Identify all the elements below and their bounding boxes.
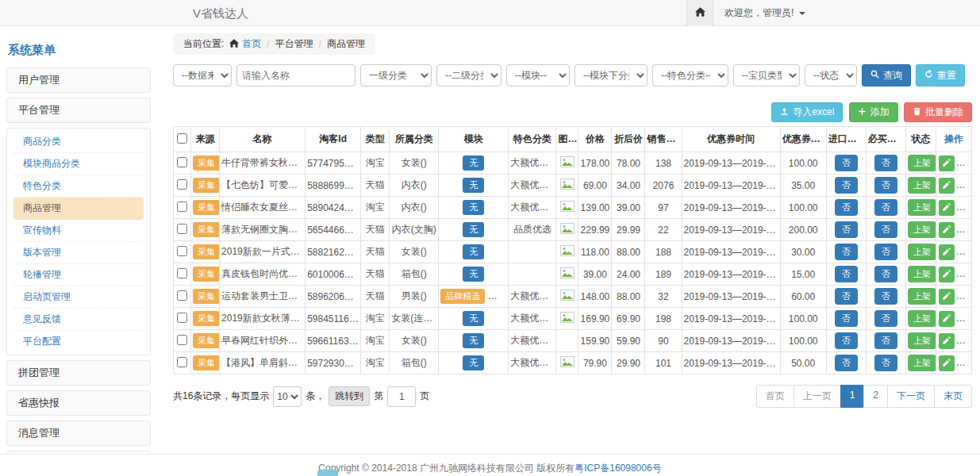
sidebar-section-订单管理[interactable]: 订单管理 (6, 451, 151, 453)
batch-delete-button[interactable]: 批量删除 (904, 102, 972, 122)
edit-button[interactable] (939, 155, 955, 171)
sidebar-item-版本管理[interactable]: 版本管理 (13, 242, 144, 264)
import-choice-toggle[interactable]: 否 (835, 266, 858, 282)
sidebar-item-启动页管理[interactable]: 启动页管理 (13, 286, 144, 309)
home-icon (695, 7, 705, 19)
must-buy-toggle[interactable]: 否 (874, 355, 897, 371)
cell-import-choice: 否 (826, 330, 866, 352)
select-all-checkbox[interactable] (177, 133, 187, 144)
edit-button[interactable] (939, 289, 955, 305)
sidebar-item-模块商品分类[interactable]: 模块商品分类 (13, 153, 144, 175)
page-button-上一页[interactable]: 上一页 (794, 385, 841, 408)
status-toggle[interactable]: 上架 (908, 332, 936, 349)
cell-category: 女装() (390, 152, 439, 175)
row-checkbox[interactable] (177, 313, 187, 323)
product-image-icon (560, 267, 575, 278)
sidebar-section-拼团管理[interactable]: 拼团管理 (6, 360, 151, 386)
page-button-1[interactable]: 1 (840, 385, 865, 408)
per-page-select[interactable]: 10 (273, 386, 302, 407)
status-select[interactable]: --状态-- (805, 64, 857, 86)
sidebar-item-商品管理[interactable]: 商品管理 (13, 198, 144, 220)
must-buy-toggle[interactable]: 否 (874, 221, 897, 238)
sidebar-item-商品分类[interactable]: 商品分类 (13, 131, 144, 153)
sidebar-section-消息管理[interactable]: 消息管理 (6, 420, 151, 446)
reset-button[interactable]: 重置 (916, 64, 965, 86)
status-toggle[interactable]: 上架 (908, 244, 936, 260)
must-buy-toggle[interactable]: 否 (874, 288, 897, 305)
sidebar-section-平台管理[interactable]: 平台管理 (6, 98, 151, 123)
sidebar-item-特色分类[interactable]: 特色分类 (13, 175, 144, 198)
feature-category-select[interactable]: --特色分类-- (652, 64, 728, 86)
edit-button[interactable] (939, 333, 955, 349)
import-choice-toggle[interactable]: 否 (835, 355, 858, 371)
data-source-select[interactable]: --数据来源-- (173, 64, 232, 86)
status-toggle[interactable]: 上架 (908, 177, 936, 194)
icp-link[interactable]: 粤ICP备16098006号 (575, 463, 661, 474)
import-excel-button[interactable]: 导入excel (771, 102, 843, 122)
edit-button[interactable] (939, 244, 955, 260)
import-choice-toggle[interactable]: 否 (835, 332, 858, 349)
search-button[interactable]: 查询 (862, 64, 911, 86)
row-checkbox[interactable] (177, 335, 187, 345)
must-buy-toggle[interactable]: 否 (874, 177, 897, 194)
row-checkbox[interactable] (177, 246, 187, 256)
edit-button[interactable] (939, 222, 955, 238)
page-button-末页[interactable]: 末页 (934, 385, 972, 408)
page-button-首页[interactable]: 首页 (756, 385, 794, 408)
user-menu[interactable]: 欢迎您，管理员! (724, 6, 805, 20)
import-choice-toggle[interactable]: 否 (835, 177, 858, 194)
edit-button[interactable] (939, 311, 955, 327)
name-search-input[interactable] (236, 64, 355, 86)
row-checkbox[interactable] (177, 202, 187, 212)
sidebar-section-用户管理[interactable]: 用户管理 (6, 67, 151, 93)
must-buy-toggle[interactable]: 否 (874, 332, 897, 349)
status-toggle[interactable]: 上架 (908, 288, 936, 305)
edit-button[interactable] (939, 200, 955, 216)
import-choice-toggle[interactable]: 否 (835, 199, 858, 216)
sidebar-item-宣传物料[interactable]: 宣传物料 (13, 220, 144, 242)
import-choice-toggle[interactable]: 否 (835, 221, 858, 238)
must-buy-toggle[interactable]: 否 (874, 155, 897, 171)
cell-import-choice: 否 (826, 219, 866, 241)
sidebar-item-轮播管理[interactable]: 轮播管理 (13, 264, 144, 286)
edit-button[interactable] (939, 355, 955, 371)
page-button-2[interactable]: 2 (863, 385, 888, 408)
import-choice-toggle[interactable]: 否 (835, 244, 858, 260)
breadcrumb-home-link[interactable]: 首页 (229, 37, 261, 51)
row-checkbox[interactable] (177, 179, 187, 190)
status-toggle[interactable]: 上架 (908, 155, 936, 171)
page-button-下一页[interactable]: 下一页 (887, 385, 935, 408)
import-choice-toggle[interactable]: 否 (835, 310, 858, 327)
import-choice-toggle[interactable]: 否 (835, 155, 858, 171)
category-level1-select[interactable]: 一级分类 (360, 64, 432, 86)
status-toggle[interactable]: 上架 (908, 310, 936, 327)
home-button[interactable] (686, 0, 713, 26)
add-button[interactable]: 添加 (849, 102, 898, 122)
edit-button[interactable] (939, 178, 955, 194)
row-checkbox[interactable] (177, 268, 187, 278)
sidebar-section-省惠快报[interactable]: 省惠快报 (6, 390, 151, 416)
sidebar-item-意见反馈[interactable]: 意见反馈 (13, 309, 144, 331)
page-number-input[interactable] (387, 386, 416, 407)
import-choice-toggle[interactable]: 否 (835, 288, 858, 305)
status-toggle[interactable]: 上架 (908, 221, 936, 238)
must-buy-toggle[interactable]: 否 (874, 244, 897, 260)
must-buy-toggle[interactable]: 否 (874, 310, 897, 327)
row-checkbox[interactable] (177, 157, 187, 167)
row-checkbox[interactable] (177, 357, 187, 367)
status-toggle[interactable]: 上架 (908, 355, 936, 371)
category-level2-select[interactable]: --二级分类-- (436, 64, 502, 86)
must-buy-toggle[interactable]: 否 (874, 199, 897, 216)
status-toggle[interactable]: 上架 (908, 199, 936, 216)
status-toggle[interactable]: 上架 (908, 266, 936, 282)
module-sub-select[interactable]: --模块下分类-- (575, 64, 648, 86)
jump-button[interactable]: 跳转到 (329, 386, 370, 406)
must-buy-toggle[interactable]: 否 (874, 266, 897, 282)
item-type-select[interactable]: --宝贝类型-- (733, 64, 800, 86)
cell-name: 运动套装男士卫衣初秋... (220, 286, 306, 308)
row-checkbox[interactable] (177, 224, 187, 234)
sidebar-item-平台配置[interactable]: 平台配置 (13, 331, 144, 352)
edit-button[interactable] (939, 267, 955, 282)
module-select[interactable]: --模块-- (506, 64, 570, 86)
row-checkbox[interactable] (177, 290, 187, 301)
